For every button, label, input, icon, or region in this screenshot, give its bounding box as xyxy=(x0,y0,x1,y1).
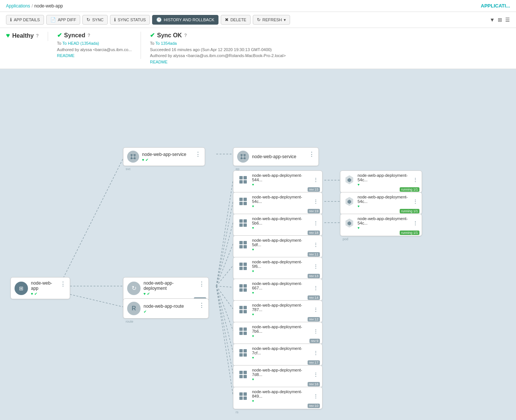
svg-rect-70 xyxy=(239,371,243,374)
sync-button[interactable]: ↻ SYNC xyxy=(82,15,108,25)
rs-icon-8 xyxy=(237,347,249,359)
rs-status-3: ♥ xyxy=(252,248,310,251)
app-diff-button[interactable]: 📄 APP DIFF xyxy=(46,15,80,25)
rs-menu-5[interactable]: ⋮ xyxy=(313,285,318,291)
deploy-label: node-web-app-deployment xyxy=(144,280,196,291)
rs-node-10[interactable]: node-web-app-deployment-849... ♥ ⋮ rev:1… xyxy=(233,387,322,409)
rs-icon-9 xyxy=(237,369,249,380)
rs-node-6[interactable]: node-web-app-deployment-787... ♥ ⋮ rev:1… xyxy=(233,300,322,323)
pod-node-1[interactable]: node-web-app-deployment-54c... ♥ ⋮ runni… xyxy=(340,192,422,214)
route-check-icon: ✔ xyxy=(144,310,147,314)
svg-rect-69 xyxy=(243,353,247,357)
app-details-label: APP DETAILS xyxy=(14,18,40,22)
deploy-menu[interactable]: ⋮ xyxy=(199,280,205,288)
canvas: ⊞ node-web-app ♥ ✔ ⋮ node-web-app-servic… xyxy=(0,69,516,420)
pod-heart-2: ♥ xyxy=(358,226,359,230)
rs-menu-3[interactable]: ⋮ xyxy=(313,242,318,248)
rs-status-0: ♥ xyxy=(252,183,310,187)
route-icon: R xyxy=(127,302,141,315)
pod-node-0[interactable]: node-web-app-deployment-54c... ♥ ⋮ runni… xyxy=(340,170,422,193)
app-node-label: node-web-app xyxy=(31,280,57,291)
route-menu[interactable]: ⋮ xyxy=(199,302,205,309)
synced-readme-link[interactable]: README xyxy=(57,53,75,58)
rs-label-5: node-web-app-deployment-667... xyxy=(252,281,310,290)
rs-label-1: node-web-app-deployment-54c... xyxy=(252,195,310,204)
rs-heart-8: ♥ xyxy=(252,356,254,360)
health-status-title: ♥ Healthy ? xyxy=(6,32,39,40)
rs-type-10: rs xyxy=(236,410,239,414)
svg-rect-57 xyxy=(243,288,247,292)
svc-right-menu[interactable]: ⋮ xyxy=(309,151,315,158)
svg-rect-74 xyxy=(239,392,243,396)
app-details-button[interactable]: ℹ APP DETAILS xyxy=(6,15,44,25)
diff-icon: 📄 xyxy=(50,17,56,22)
rs-node-9[interactable]: node-web-app-deployment-7d8... ♥ ⋮ rev:1… xyxy=(233,365,322,388)
rs-node-2[interactable]: node-web-app-deployment-5b6... ♥ ⋮ rev:1… xyxy=(233,214,322,236)
rs-menu-2[interactable]: ⋮ xyxy=(313,220,318,226)
pod-menu-2[interactable]: ⋮ xyxy=(413,220,418,226)
svg-rect-63 xyxy=(243,327,247,331)
synced-check-icon: ✔ xyxy=(57,32,62,39)
app-check-icon: ✔ xyxy=(34,292,37,296)
rs-node-3[interactable]: node-web-app-deployment-5df... ♥ ⋮ rev:1… xyxy=(233,235,322,258)
rs-status-1: ♥ xyxy=(252,204,310,208)
pod-node-2[interactable]: node-web-app-deployment-54c... ♥ ⋮ runni… xyxy=(340,214,422,236)
refresh-dropdown-icon: ▾ xyxy=(284,18,286,22)
app-icon: ⊞ xyxy=(15,282,28,295)
network-view-button[interactable]: ⊞ xyxy=(498,17,502,23)
rs-heart-10: ♥ xyxy=(252,399,254,403)
rs-node-4[interactable]: node-web-app-deployment-5f6... ♥ ⋮ rev:1… xyxy=(233,257,322,279)
svc-left-menu[interactable]: ⋮ xyxy=(195,151,201,158)
rs-status-2: ♥ xyxy=(252,226,310,230)
syncok-readme-link[interactable]: README xyxy=(150,60,167,64)
list-view-button[interactable]: ☰ xyxy=(505,17,510,23)
pod-menu-0[interactable]: ⋮ xyxy=(413,177,418,183)
svg-rect-45 xyxy=(243,223,247,227)
svg-rect-51 xyxy=(243,263,247,266)
synced-to-link[interactable]: To HEAD (1354ada) xyxy=(62,41,99,46)
rs-label-0: node-web-app-deployment-544... xyxy=(252,173,310,182)
rs-menu-9[interactable]: ⋮ xyxy=(313,372,318,377)
rs-menu-10[interactable]: ⋮ xyxy=(313,393,318,399)
rs-node-5[interactable]: node-web-app-deployment-667... ♥ ⋮ rev:1… xyxy=(233,279,322,301)
synced-subtitle: To To HEAD (1354ada) Authored by alyssa … xyxy=(57,40,132,59)
svc-right-node[interactable]: node-web-app-service ⋮ ep xyxy=(233,147,319,166)
rs-node-1[interactable]: node-web-app-deployment-54c... ♥ ⋮ rev:1… xyxy=(233,192,322,214)
breadcrumb-applications[interactable]: Applications xyxy=(6,3,30,9)
svg-rect-76 xyxy=(239,397,243,400)
svc-left-node[interactable]: node-web-app-service ♥ ✔ ⋮ svc xyxy=(123,147,205,166)
deploy-check-icon: ✔ xyxy=(147,292,150,296)
pod-heart-0: ♥ xyxy=(358,183,359,187)
rs-node-0[interactable]: node-web-app-deployment-544... ♥ ⋮ rev:1… xyxy=(233,170,322,193)
history-rollback-button[interactable]: 🕐 HISTORY AND ROLLBACK xyxy=(152,15,218,25)
rs-label-3: node-web-app-deployment-5df... xyxy=(252,238,310,247)
svg-rect-50 xyxy=(239,263,243,266)
sync-status-button[interactable]: ℹ SYNC STATUS xyxy=(110,15,150,25)
rs-menu-7[interactable]: ⋮ xyxy=(313,328,318,334)
app-node-menu[interactable]: ⋮ xyxy=(60,280,66,288)
info-icon: ℹ xyxy=(10,17,12,22)
rs-menu-4[interactable]: ⋮ xyxy=(313,263,318,269)
rs-menu-6[interactable]: ⋮ xyxy=(313,307,318,313)
rs-icon-1 xyxy=(237,195,249,207)
rs-node-8[interactable]: node-web-app-deployment-7cf... ♥ ⋮ rev:1… xyxy=(233,344,322,366)
rs-menu-0[interactable]: ⋮ xyxy=(313,177,318,183)
rs-label-7: node-web-app-deployment-7b6... xyxy=(252,325,310,333)
rs-menu-8[interactable]: ⋮ xyxy=(313,350,318,356)
svg-line-7 xyxy=(216,244,233,286)
refresh-button[interactable]: ↻ REFRESH ▾ xyxy=(253,15,290,25)
rs-menu-1[interactable]: ⋮ xyxy=(313,198,318,204)
rs-heart-4: ♥ xyxy=(252,269,254,273)
route-node[interactable]: R node-web-app-route ✔ ⋮ route xyxy=(123,298,209,319)
rs-rev-3: rev:11 xyxy=(308,252,320,257)
svg-rect-35 xyxy=(243,176,247,179)
svg-line-1 xyxy=(63,159,123,278)
main-app-node[interactable]: ⊞ node-web-app ♥ ✔ ⋮ xyxy=(10,277,70,299)
rs-node-7[interactable]: node-web-app-deployment-7b6... ♥ ⋮ rev:9… xyxy=(233,322,322,344)
svg-line-13 xyxy=(216,286,233,374)
syncok-to-link[interactable]: To 1354ada xyxy=(155,41,177,46)
filter-button[interactable]: ▼ xyxy=(490,17,495,23)
pod-menu-1[interactable]: ⋮ xyxy=(413,198,418,204)
pod-type-2: pod xyxy=(343,237,348,241)
delete-button[interactable]: ✖ DELETE xyxy=(221,15,251,25)
